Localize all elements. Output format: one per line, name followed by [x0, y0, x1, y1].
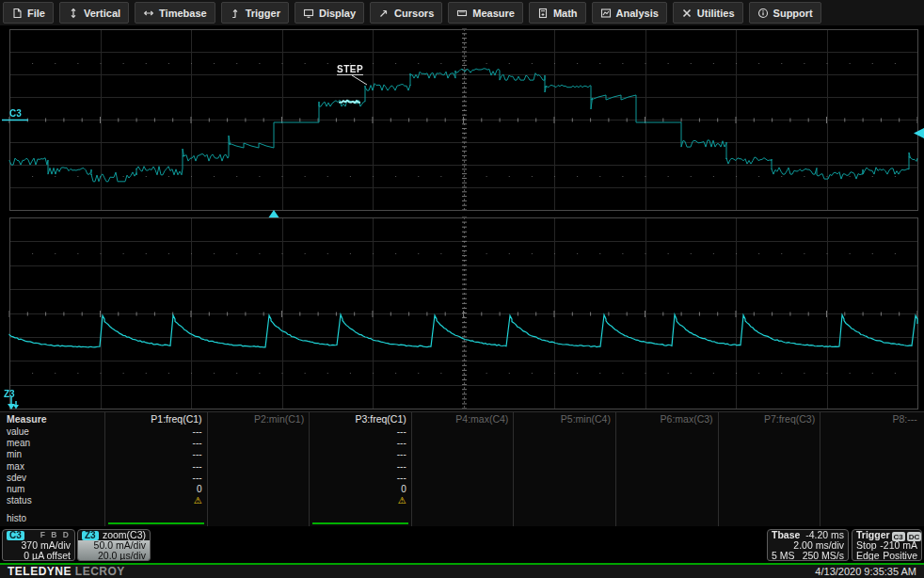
- row-label-min: min: [7, 449, 104, 460]
- measure-cell-max: [212, 461, 305, 473]
- measure-cell-num: 0: [313, 484, 406, 495]
- measure-cell-value: [824, 426, 917, 438]
- measure-cell-num: [212, 484, 305, 495]
- channel-c3-descriptor[interactable]: C3 F B D 370 mA/div 0 µA offset: [2, 529, 75, 561]
- measure-cell-sdev: [518, 473, 611, 484]
- measure-cell-mean: [620, 438, 713, 449]
- measure-cell-mean: [824, 438, 917, 449]
- measure-column: P4:max(C4): [411, 412, 514, 526]
- measure-cell-status: [824, 495, 917, 506]
- measure-column: P3:freq(C1)---------------0⚠: [309, 412, 411, 526]
- measure-cell-value: ---: [313, 426, 406, 438]
- measure-column-header[interactable]: P7:freq(C3): [723, 413, 816, 426]
- measure-cell-value: [416, 426, 509, 438]
- measure-row-labels: Measure value mean min max sdev num stat…: [0, 412, 104, 526]
- measure-column: P1:freq(C1)---------------0⚠: [104, 412, 207, 526]
- measure-cell-value: [723, 426, 816, 438]
- measure-cell-mean: [723, 438, 816, 449]
- measure-cell-max: [824, 461, 917, 473]
- measure-column-header[interactable]: P1:freq(C1): [109, 413, 202, 426]
- measure-cell-histo: [416, 513, 509, 524]
- trigger-descriptor[interactable]: Trigger C3DC Stop -210 mA Edge Positive: [852, 529, 922, 561]
- footer-bar: TELEDYNE LECROY 4/13/2020 9:35:35 AM: [0, 565, 924, 578]
- zoom-z3-label[interactable]: Z3: [4, 389, 15, 399]
- measure-cell-min: [518, 449, 611, 460]
- measure-cell-value: [620, 426, 713, 438]
- measure-cell-max: [723, 461, 816, 473]
- measure-cell-max: [416, 461, 509, 473]
- measure-cell-histo: [824, 513, 917, 524]
- row-label-value: value: [7, 426, 104, 438]
- trigger-type: Edge: [856, 551, 880, 561]
- tbase-rate: 250 MS/s: [803, 551, 844, 561]
- measure-column-header[interactable]: P4:max(C4): [416, 413, 509, 426]
- warning-icon: ⚠: [194, 495, 202, 506]
- measure-cell-histo: [723, 513, 816, 524]
- measure-cell-mean: [518, 438, 611, 449]
- row-label-num: num: [7, 484, 104, 495]
- measure-column-header[interactable]: P8:---: [824, 413, 917, 426]
- measure-cell-sdev: [723, 473, 816, 484]
- trigger-slope: Positive: [883, 551, 917, 561]
- brand-lecroy: LECROY: [75, 565, 125, 578]
- brand-logo: TELEDYNE LECROY: [8, 565, 125, 578]
- row-label-max: max: [7, 461, 104, 473]
- measure-cell-max: [518, 461, 611, 473]
- timebase-descriptor[interactable]: Tbase -4.20 ms 2.00 ms/div 5 MS 250 MS/s: [767, 529, 849, 561]
- measure-column-header[interactable]: P2:min(C1): [212, 413, 305, 426]
- c3-badge: C3: [7, 531, 24, 540]
- measure-cell-max: ---: [109, 461, 202, 473]
- clock: 4/13/2020 9:35:35 AM: [815, 566, 916, 577]
- tbase-samples: 5 MS: [772, 551, 795, 561]
- brand-teledyne: TELEDYNE: [8, 565, 72, 578]
- measure-cell-value: [518, 426, 611, 438]
- measure-cell-max: [620, 461, 713, 473]
- measure-cell-status: ⚠: [313, 495, 406, 506]
- measure-cell-status: ⚠: [109, 495, 202, 506]
- measure-table: Measure value mean min max sdev num stat…: [0, 411, 924, 526]
- step-annotation: STEP: [337, 64, 363, 75]
- warning-icon: ⚠: [398, 495, 406, 506]
- measure-cell-mean: ---: [109, 438, 202, 449]
- row-label-status: status: [7, 495, 104, 506]
- measure-cell-num: 0: [109, 484, 202, 495]
- measure-cell-mean: [212, 438, 305, 449]
- measure-column-header[interactable]: P5:min(C4): [518, 413, 611, 426]
- measure-table-title: Measure: [7, 413, 104, 426]
- measure-cell-sdev: [824, 473, 917, 484]
- z3-badge: Z3: [82, 531, 99, 540]
- measure-status-bar: [108, 522, 204, 524]
- measure-column: P7:freq(C3): [718, 412, 820, 526]
- measure-column: P8:---: [820, 412, 922, 526]
- measure-cell-min: [416, 449, 509, 460]
- measure-columns: P1:freq(C1)---------------0⚠P2:min(C1)P3…: [104, 412, 922, 526]
- measure-cell-histo: [212, 513, 305, 524]
- measure-column-header[interactable]: P6:max(C3): [620, 413, 713, 426]
- measure-cell-min: [723, 449, 816, 460]
- measure-cell-status: [723, 495, 816, 506]
- c3-offset: 0 µA offset: [24, 551, 71, 561]
- measure-cell-num: [620, 484, 713, 495]
- measure-cell-value: ---: [109, 426, 202, 438]
- measure-cell-num: [416, 484, 509, 495]
- measure-cell-num: [824, 484, 917, 495]
- measure-column: P5:min(C4): [513, 412, 615, 526]
- row-label-sdev: sdev: [7, 473, 104, 484]
- z3-horizontal-scale: 20.0 µs/div: [82, 551, 146, 561]
- measure-cell-min: [620, 449, 713, 460]
- channel-c3-label[interactable]: C3: [9, 108, 22, 119]
- measure-cell-min: [824, 449, 917, 460]
- measure-cell-max: ---: [313, 461, 406, 473]
- measure-cell-sdev: ---: [109, 473, 202, 484]
- measure-cell-histo: [518, 513, 611, 524]
- measure-cell-num: [723, 484, 816, 495]
- measure-status-bar: [312, 522, 408, 524]
- measure-cell-num: [518, 484, 611, 495]
- measure-cell-sdev: [212, 473, 305, 484]
- measure-column: P2:min(C1): [207, 412, 310, 526]
- measure-cell-min: [212, 449, 305, 460]
- measure-cell-status: [416, 495, 509, 506]
- zoom-z3-descriptor[interactable]: Z3 zoom(C3) 50.0 mA/div 20.0 µs/div: [77, 529, 151, 561]
- measure-cell-sdev: ---: [313, 473, 406, 484]
- measure-column-header[interactable]: P3:freq(C1): [313, 413, 406, 426]
